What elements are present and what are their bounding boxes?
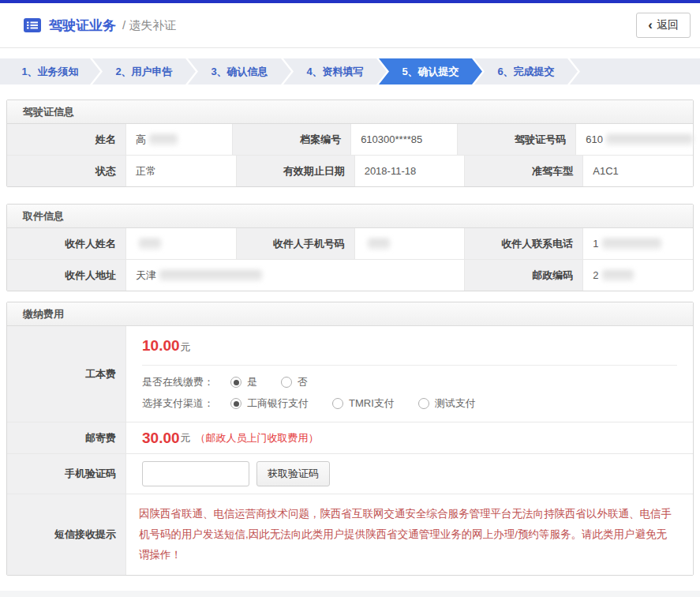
table-row: 状态 正常 有效期止日期 2018-11-18 准驾车型 A1C1 [7, 155, 693, 186]
recipient-mobile-label: 收件人手机号码 [236, 228, 354, 259]
pay-channel-question: 选择支付渠道： [142, 396, 223, 411]
radio-unchecked-icon [418, 398, 429, 409]
radio-channel-test-label: 测试支付 [435, 396, 476, 411]
postage-note: （邮政人员上门收取费用） [196, 431, 319, 445]
payment-section: 缴纳费用 工本费 10.00元 是否在线缴费： 是 否 选择支付渠道： [6, 302, 694, 576]
postage-amount: 30.00 [142, 430, 180, 447]
postage-fee-row: 邮寄费 30.00元 （邮政人员上门收取费用） [7, 422, 693, 453]
radio-online-no-label: 否 [298, 375, 308, 389]
radio-online-yes-label: 是 [247, 375, 257, 389]
step-tabs: 1、业务须知 2、用户申告 3、确认信息 4、资料填写 5、确认提交 6、完成提… [0, 58, 700, 84]
name-value: 高 [125, 124, 232, 155]
file-no-value: 610300****85 [350, 124, 457, 155]
vehicle-class-value: A1C1 [582, 156, 693, 186]
recipient-name-value [125, 228, 236, 259]
recipient-phone-value: 1 [582, 228, 693, 259]
table-row: 收件人姓名 收件人手机号码 收件人联系电话 1 [7, 228, 693, 259]
get-captcha-button[interactable]: 获取验证码 [256, 461, 330, 486]
work-fee-row: 工本费 10.00元 是否在线缴费： 是 否 选择支付渠道： [7, 326, 693, 422]
captcha-label: 手机验证码 [7, 454, 125, 494]
radio-channel-test[interactable]: 测试支付 [418, 396, 476, 411]
breadcrumb-subtitle: / 遗失补证 [122, 18, 176, 33]
captcha-row: 手机验证码 获取验证码 [7, 453, 693, 494]
tab-step-2[interactable]: 2、用户申告 [92, 58, 196, 84]
recipient-mobile-value [354, 228, 465, 259]
radio-channel-tmri-label: TMRI支付 [349, 396, 395, 411]
expiry-value: 2018-11-18 [354, 156, 465, 186]
name-label: 姓名 [7, 124, 125, 155]
back-button-label: 返回 [657, 18, 679, 32]
status-label: 状态 [7, 156, 125, 186]
sms-tip-text: 因陕西省联通、电信运营商技术问题，陕西省互联网交通安全综合服务管理平台无法向持陕… [139, 504, 674, 565]
online-pay-question: 是否在线缴费： [142, 375, 223, 389]
recipient-address-label: 收件人地址 [7, 260, 125, 291]
postage-label: 邮寄费 [7, 422, 125, 453]
work-fee-amount-line: 10.00元 [142, 337, 677, 355]
postage-currency: 元 [181, 431, 191, 445]
redacted-blur [368, 238, 390, 250]
pickup-info-title: 取件信息 [7, 205, 693, 228]
recipient-name-label: 收件人姓名 [7, 228, 125, 259]
postage-cell: 30.00元 （邮政人员上门收取费用） [125, 422, 693, 453]
sms-tip-cell: 因陕西省联通、电信运营商技术问题，陕西省互联网交通安全综合服务管理平台无法向持陕… [125, 494, 693, 575]
work-fee-amount: 10.00 [142, 337, 180, 354]
captcha-cell: 获取验证码 [125, 454, 693, 494]
tab-step-4[interactable]: 4、资料填写 [283, 58, 387, 84]
document-list-icon [24, 18, 41, 32]
expiry-label: 有效期止日期 [236, 156, 354, 186]
tab-step-1[interactable]: 1、业务须知 [0, 58, 100, 84]
back-chevron-icon: ‹ [648, 18, 653, 32]
status-value: 正常 [125, 156, 236, 186]
sms-tip-row: 短信接收提示 因陕西省联通、电信运营商技术问题，陕西省互联网交通安全综合服务管理… [7, 494, 693, 575]
radio-checked-icon [230, 398, 241, 409]
pickup-info-section: 取件信息 收件人姓名 收件人手机号码 收件人联系电话 1 收件人地址 天津 邮政… [6, 204, 694, 291]
postcode-value: 2 [582, 260, 693, 291]
tab-step-5-active[interactable]: 5、确认提交 [379, 58, 482, 84]
page-title: 驾驶证业务 [49, 17, 116, 35]
radio-unchecked-icon [281, 377, 292, 388]
work-fee-cell: 10.00元 是否在线缴费： 是 否 选择支付渠道： 工商银行支付 [125, 326, 693, 422]
recipient-address-value: 天津 [125, 260, 464, 291]
redacted-blur [139, 238, 161, 250]
page-header: 驾驶证业务 / 遗失补证 ‹ 返回 [0, 3, 700, 48]
license-info-title: 驾驶证信息 [7, 100, 693, 124]
vehicle-class-label: 准驾车型 [464, 156, 582, 186]
license-no-value: 610 [575, 124, 693, 155]
payment-title: 缴纳费用 [7, 302, 693, 326]
table-row: 姓名 高 档案编号 610300****85 驾驶证号码 610 [7, 124, 693, 155]
step-tabs-filler [570, 58, 700, 84]
footer-bar: 上一步 完成 [0, 591, 700, 597]
tab-step-6[interactable]: 6、完成提交 [474, 58, 578, 84]
back-button[interactable]: ‹ 返回 [636, 13, 691, 38]
online-pay-line: 是否在线缴费： 是 否 [142, 375, 677, 389]
redacted-blur [606, 134, 693, 145]
tab-step-3[interactable]: 3、确认信息 [188, 58, 291, 84]
radio-unchecked-icon [332, 398, 343, 409]
recipient-phone-label: 收件人联系电话 [464, 228, 582, 259]
file-no-label: 档案编号 [232, 124, 350, 155]
sms-tip-label: 短信接收提示 [7, 494, 125, 575]
redacted-blur [149, 134, 178, 145]
table-row: 收件人地址 天津 邮政编码 2 [7, 259, 693, 291]
pay-channel-line: 选择支付渠道： 工商银行支付 TMRI支付 测试支付 [142, 396, 677, 411]
divider [142, 365, 677, 366]
radio-checked-icon [230, 377, 241, 388]
work-fee-currency: 元 [181, 341, 191, 353]
radio-channel-icbc[interactable]: 工商银行支付 [230, 396, 309, 411]
redacted-blur [602, 270, 634, 281]
captcha-input[interactable] [142, 461, 249, 486]
work-fee-label: 工本费 [7, 326, 125, 422]
radio-channel-icbc-label: 工商银行支付 [247, 396, 309, 411]
redacted-blur [159, 270, 262, 281]
license-no-label: 驾驶证号码 [457, 124, 575, 155]
redacted-blur [602, 238, 661, 250]
radio-channel-tmri[interactable]: TMRI支付 [332, 396, 395, 411]
radio-online-no[interactable]: 否 [281, 375, 308, 389]
postcode-label: 邮政编码 [464, 260, 582, 291]
radio-online-yes[interactable]: 是 [230, 375, 257, 389]
license-info-section: 驾驶证信息 姓名 高 档案编号 610300****85 驾驶证号码 610 状… [6, 100, 694, 187]
